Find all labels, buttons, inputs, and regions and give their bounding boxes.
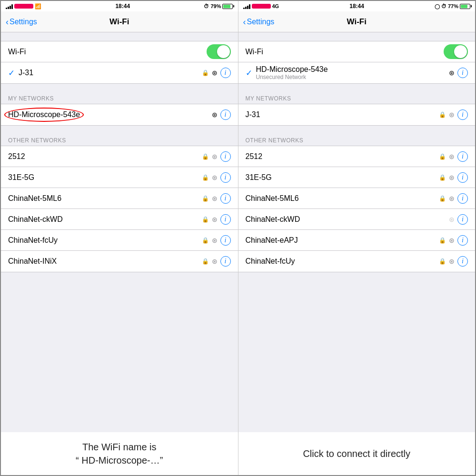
list-item[interactable]: ChinaNet-fcUy 🔒 ⊛ i <box>238 251 476 272</box>
lock-icon: 🔒 <box>202 153 209 160</box>
network-icons: 🔒 ⊛ i <box>439 256 468 267</box>
right-battery-icon <box>460 4 470 9</box>
info-button[interactable]: i <box>220 214 231 225</box>
left-my-network-hd[interactable]: HD-Microscope-543e ⊛ i <box>1 104 238 125</box>
left-connected-info-button[interactable]: i <box>220 68 231 78</box>
list-item[interactable]: ChinaNet-INiX 🔒 ⊛ i <box>1 251 238 272</box>
list-item[interactable]: 31E-5G 🔒 ⊛ i <box>1 167 238 188</box>
left-signal-bars <box>6 3 13 9</box>
list-item[interactable]: ChinaNet-eAPJ 🔒 ⊛ i <box>238 230 476 251</box>
right-other-networks-header: OTHER NETWORKS <box>238 134 476 146</box>
left-hd-circled: HD-Microscope-543e <box>8 110 80 119</box>
info-button[interactable]: i <box>220 193 231 204</box>
right-status-bar: 4G 18:44 ◯ ⏱ 77% <box>238 1 476 11</box>
network-icons: 🔒 ⊛ i <box>439 172 468 183</box>
network-name: ChinaNet-eAPJ <box>246 236 439 245</box>
info-button[interactable]: i <box>457 193 468 204</box>
left-my-network-hd-wifi-icon: ⊛ <box>212 111 218 119</box>
left-my-networks-section: HD-Microscope-543e ⊛ i <box>1 104 238 126</box>
network-name: ChinaNet-INiX <box>8 257 202 266</box>
network-name: ChinaNet-ckWD <box>246 215 449 224</box>
info-button[interactable]: i <box>457 172 468 183</box>
right-nav-bar: ‹ Settings Wi-Fi <box>238 11 476 32</box>
wifi-icon: ⊛ <box>449 111 455 119</box>
right-wifi-toggle-item: Wi-Fi <box>238 41 476 62</box>
network-icons: 🔒 ⊛ i <box>439 193 468 204</box>
network-icons: 🔒 ⊛ i <box>202 193 231 204</box>
right-nav-title: Wi-Fi <box>347 17 367 27</box>
right-wifi-label: Wi-Fi <box>246 48 444 56</box>
left-wifi-toggle[interactable] <box>207 44 231 59</box>
wifi-icon: ⊛ <box>449 195 455 202</box>
left-caption-text: The WiFi name is“ HD-Microscope-…” <box>76 440 163 467</box>
right-wifi-toggle[interactable] <box>444 44 468 59</box>
right-network-type: 4G <box>272 3 279 9</box>
network-icons: 🔒 ⊛ i <box>439 235 468 246</box>
left-nav-title: Wi-Fi <box>109 17 129 27</box>
network-name: ChinaNet-5ML6 <box>8 194 202 203</box>
list-item[interactable]: ChinaNet-5ML6 🔒 ⊛ i <box>1 188 238 209</box>
left-wifi-toggle-knob <box>217 45 230 58</box>
right-phone-screen: 4G 18:44 ◯ ⏱ 77% ‹ Settings Wi-Fi <box>238 1 476 475</box>
left-my-network-hd-name: HD-Microscope-543e <box>8 110 212 119</box>
info-button[interactable]: i <box>457 214 468 225</box>
right-caption-text: Click to connect it directly <box>303 447 410 460</box>
left-connected-item[interactable]: ✓ J-31 🔒 ⊛ i <box>1 62 238 83</box>
list-item[interactable]: ChinaNet-fcUy 🔒 ⊛ i <box>1 230 238 251</box>
right-status-right: ◯ ⏱ 77% <box>435 3 470 9</box>
list-item[interactable]: 31E-5G 🔒 ⊛ i <box>238 167 476 188</box>
right-battery-pct: 77% <box>448 3 458 9</box>
info-button[interactable]: i <box>220 235 231 246</box>
lock-icon: 🔒 <box>439 237 446 244</box>
info-button[interactable]: i <box>457 151 468 162</box>
right-status-left: 4G <box>243 3 279 9</box>
right-connected-wifi-icon: ⊛ <box>449 69 455 77</box>
left-my-network-hd-info-button[interactable]: i <box>220 109 231 120</box>
network-icons: 🔒 ⊛ i <box>202 151 231 162</box>
wifi-icon: ⊛ <box>449 153 455 160</box>
right-my-network-j31[interactable]: J-31 🔒 ⊛ i <box>238 104 476 125</box>
info-button[interactable]: i <box>220 172 231 183</box>
right-back-label: Settings <box>247 18 275 26</box>
left-status-time: 18:44 <box>115 3 130 10</box>
right-back-button[interactable]: ‹ Settings <box>243 18 275 26</box>
screenshots-container: 📶 18:44 ⏱ 79% ‹ Settings Wi-Fi <box>0 0 476 476</box>
lock-icon: 🔒 <box>202 195 209 202</box>
info-button[interactable]: i <box>457 109 468 120</box>
left-content: Wi-Fi ✓ J-31 🔒 ⊛ i <box>1 32 238 432</box>
wifi-icon: ⊛ <box>449 216 455 223</box>
info-button[interactable]: i <box>220 256 231 267</box>
left-connected-name: J-31 <box>19 69 202 77</box>
list-item[interactable]: ChinaNet-ckWD ⊛ i <box>238 209 476 230</box>
network-icons: ⊛ i <box>449 214 468 225</box>
left-my-network-hd-icons: ⊛ i <box>212 109 231 120</box>
wifi-icon: ⊛ <box>212 174 218 181</box>
list-item[interactable]: ChinaNet-ckWD 🔒 ⊛ i <box>1 209 238 230</box>
left-status-left: 📶 <box>6 3 41 10</box>
right-connected-info-button[interactable]: i <box>457 68 468 78</box>
network-name: ChinaNet-ckWD <box>8 215 202 224</box>
info-button[interactable]: i <box>457 235 468 246</box>
list-item[interactable]: ChinaNet-5ML6 🔒 ⊛ i <box>238 188 476 209</box>
right-my-networks-section: J-31 🔒 ⊛ i <box>238 104 476 126</box>
left-other-networks-header: OTHER NETWORKS <box>1 134 238 146</box>
left-back-button[interactable]: ‹ Settings <box>6 18 37 26</box>
right-other-networks-section: 2512 🔒 ⊛ i 31E-5G 🔒 ⊛ i Ch <box>238 146 476 272</box>
network-name: ChinaNet-5ML6 <box>246 194 439 203</box>
right-back-chevron-icon: ‹ <box>243 18 246 26</box>
lock-icon: 🔒 <box>202 174 209 181</box>
left-hd-name-text: HD-Microscope-543e <box>8 110 80 119</box>
left-battery-pct: 79% <box>210 3 221 9</box>
right-carrier <box>252 4 271 9</box>
list-item[interactable]: 2512 🔒 ⊛ i <box>238 146 476 167</box>
lock-icon: 🔒 <box>202 258 209 265</box>
left-status-right: ⏱ 79% <box>204 3 233 9</box>
info-button[interactable]: i <box>457 256 468 267</box>
wifi-icon: ⊛ <box>449 237 455 244</box>
lock-icon: 🔒 <box>202 216 209 223</box>
left-carrier <box>14 4 33 9</box>
list-item[interactable]: 2512 🔒 ⊛ i <box>1 146 238 167</box>
right-connected-item[interactable]: ✓ HD-Microscope-543e Unsecured Network ⊛… <box>238 62 476 83</box>
lock-icon: 🔒 <box>439 111 446 118</box>
info-button[interactable]: i <box>220 151 231 162</box>
